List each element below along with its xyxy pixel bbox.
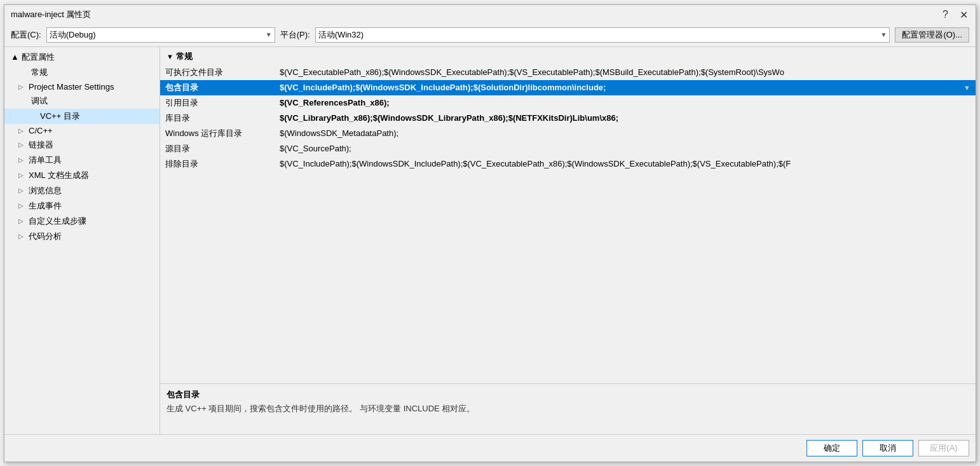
section-expand-icon: ▼ xyxy=(167,53,174,60)
tree-item-label-linker: 链接器 xyxy=(29,139,53,151)
prop-row-include-dir[interactable]: 包含目录$(VC_IncludePath);$(WindowsSDK_Inclu… xyxy=(160,80,976,95)
tree-item-linker[interactable]: ▷链接器 xyxy=(4,137,160,153)
description-text: 生成 VC++ 项目期间，搜索包含文件时使用的路径。 与环境变量 INCLUDE… xyxy=(167,403,969,415)
prop-name-exclude-dir: 排除目录 xyxy=(160,156,275,172)
expand-icon-project-master: ▷ xyxy=(18,83,26,90)
prop-value-text-include-dir: $(VC_IncludePath);$(WindowsSDK_IncludePa… xyxy=(280,83,606,92)
config-select[interactable]: 活动(Debug) ▼ xyxy=(46,27,275,43)
section-label: 常规 xyxy=(176,51,193,62)
expand-icon-c-cpp: ▷ xyxy=(18,127,26,134)
tree-item-label-debug: 调试 xyxy=(31,95,48,107)
apply-button[interactable]: 应用(A) xyxy=(918,440,969,456)
main-content: ▲ 配置属性 常规▷Project Master Settings调试VC++ … xyxy=(4,46,976,434)
tree-item-build-events[interactable]: ▷生成事件 xyxy=(4,198,160,214)
tree-item-manifest[interactable]: ▷清单工具 xyxy=(4,153,160,168)
prop-row-exclude-dir[interactable]: 排除目录$(VC_IncludePath);$(WindowsSDK_Inclu… xyxy=(160,156,976,172)
tree-item-debug[interactable]: 调试 xyxy=(4,93,160,109)
expand-icon-build-events: ▷ xyxy=(18,202,26,209)
config-label: 配置(C): xyxy=(11,29,41,41)
tree-item-custom-build[interactable]: ▷自定义生成步骤 xyxy=(4,214,160,229)
properties-data-table: 可执行文件目录$(VC_ExecutablePath_x86);$(Window… xyxy=(160,65,976,172)
cancel-button[interactable]: 取消 xyxy=(862,440,913,456)
title-bar-controls: ? ✕ xyxy=(940,9,970,21)
platform-dropdown-arrow: ▼ xyxy=(880,31,887,38)
prop-row-ref-dir[interactable]: 引用目录$(VC_ReferencesPath_x86); xyxy=(160,95,976,111)
close-button[interactable]: ✕ xyxy=(957,9,970,21)
prop-value-exec-dir: $(VC_ExecutablePath_x86);$(WindowsSDK_Ex… xyxy=(275,65,976,80)
expand-icon-manifest: ▷ xyxy=(18,156,26,163)
tree-item-label-project-master: Project Master Settings xyxy=(29,82,114,92)
root-expand-icon: ▲ xyxy=(11,52,19,62)
tree-item-xml-gen[interactable]: ▷XML 文档生成器 xyxy=(4,168,160,183)
prop-value-wrapper-include-dir: $(VC_IncludePath);$(WindowsSDK_IncludePa… xyxy=(280,83,970,92)
left-panel: ▲ 配置属性 常规▷Project Master Settings调试VC++ … xyxy=(4,47,160,434)
config-select-value: 活动(Debug) xyxy=(50,29,96,41)
tree-item-code-analysis[interactable]: ▷代码分析 xyxy=(4,229,160,244)
tree-item-c-cpp[interactable]: ▷C/C++ xyxy=(4,124,160,137)
properties-table: 可执行文件目录$(VC_ExecutablePath_x86);$(Window… xyxy=(160,65,976,383)
expand-icon-linker: ▷ xyxy=(18,141,26,148)
tree-item-label-c-cpp: C/C++ xyxy=(29,126,53,135)
right-panel: ▼ 常规 可执行文件目录$(VC_ExecutablePath_x86);$(W… xyxy=(160,47,976,434)
description-panel: 包含目录 生成 VC++ 项目期间，搜索包含文件时使用的路径。 与环境变量 IN… xyxy=(160,383,976,434)
tree-item-label-xml-gen: XML 文档生成器 xyxy=(29,170,89,181)
prop-name-lib-dir: 库目录 xyxy=(160,111,275,126)
prop-value-exclude-dir: $(VC_IncludePath);$(WindowsSDK_IncludePa… xyxy=(275,156,976,172)
prop-name-include-dir: 包含目录 xyxy=(160,80,275,95)
title-bar: malware-inject 属性页 ? ✕ xyxy=(4,5,976,24)
tree-item-label-manifest: 清单工具 xyxy=(29,154,62,166)
tree-item-label-code-analysis: 代码分析 xyxy=(29,231,62,242)
dialog-title: malware-inject 属性页 xyxy=(11,9,91,20)
prop-name-exec-dir: 可执行文件目录 xyxy=(160,65,275,80)
tree-root[interactable]: ▲ 配置属性 xyxy=(4,50,160,65)
expand-icon-browse: ▷ xyxy=(18,187,26,194)
tree-item-project-master[interactable]: ▷Project Master Settings xyxy=(4,80,160,93)
prop-row-exec-dir[interactable]: 可执行文件目录$(VC_ExecutablePath_x86);$(Window… xyxy=(160,65,976,80)
root-label: 配置属性 xyxy=(22,51,55,63)
prop-row-source-dir[interactable]: 源目录$(VC_SourcePath); xyxy=(160,141,976,156)
tree-item-label-build-events: 生成事件 xyxy=(29,200,62,212)
tree-item-label-vcpp-dirs: VC++ 目录 xyxy=(40,111,80,122)
prop-value-ref-dir: $(VC_ReferencesPath_x86); xyxy=(275,95,976,111)
tree-item-label-browse: 浏览信息 xyxy=(29,185,62,196)
section-header: ▼ 常规 xyxy=(160,47,976,65)
prop-value-winlib-dir: $(WindowsSDK_MetadataPath); xyxy=(275,126,976,141)
bottom-buttons: 确定 取消 应用(A) xyxy=(4,434,976,462)
config-dropdown-arrow: ▼ xyxy=(266,31,272,38)
config-manager-button[interactable]: 配置管理器(O)... xyxy=(895,27,969,43)
ok-button[interactable]: 确定 xyxy=(806,440,857,456)
prop-row-lib-dir[interactable]: 库目录$(VC_LibraryPath_x86);$(WindowsSDK_Li… xyxy=(160,111,976,126)
tree-item-label-general: 常规 xyxy=(31,67,48,78)
properties-dialog: malware-inject 属性页 ? ✕ 配置(C): 活动(Debug) … xyxy=(4,4,976,462)
platform-label: 平台(P): xyxy=(280,29,310,41)
config-bar: 配置(C): 活动(Debug) ▼ 平台(P): 活动(Win32) ▼ 配置… xyxy=(4,24,976,46)
expand-icon-code-analysis: ▷ xyxy=(18,233,26,240)
prop-row-winlib-dir[interactable]: Windows 运行库目录$(WindowsSDK_MetadataPath); xyxy=(160,126,976,141)
tree-items-container: 常规▷Project Master Settings调试VC++ 目录▷C/C+… xyxy=(4,65,160,244)
tree-item-label-custom-build: 自定义生成步骤 xyxy=(29,216,86,227)
expand-icon-custom-build: ▷ xyxy=(18,217,26,224)
tree-item-vcpp-dirs[interactable]: VC++ 目录 xyxy=(4,109,160,124)
prop-dropdown-arrow-include-dir[interactable]: ▼ xyxy=(963,84,970,92)
platform-select[interactable]: 活动(Win32) ▼ xyxy=(315,27,890,43)
prop-name-winlib-dir: Windows 运行库目录 xyxy=(160,126,275,141)
prop-name-source-dir: 源目录 xyxy=(160,141,275,156)
prop-value-lib-dir: $(VC_LibraryPath_x86);$(WindowsSDK_Libra… xyxy=(275,111,976,126)
tree-item-general[interactable]: 常规 xyxy=(4,65,160,80)
description-title: 包含目录 xyxy=(167,389,969,401)
prop-value-source-dir: $(VC_SourcePath); xyxy=(275,141,976,156)
expand-icon-xml-gen: ▷ xyxy=(18,172,26,179)
prop-name-ref-dir: 引用目录 xyxy=(160,95,275,111)
help-button[interactable]: ? xyxy=(940,9,951,21)
platform-select-value: 活动(Win32) xyxy=(318,29,364,41)
prop-value-include-dir: $(VC_IncludePath);$(WindowsSDK_IncludePa… xyxy=(275,80,976,95)
tree-item-browse[interactable]: ▷浏览信息 xyxy=(4,183,160,198)
